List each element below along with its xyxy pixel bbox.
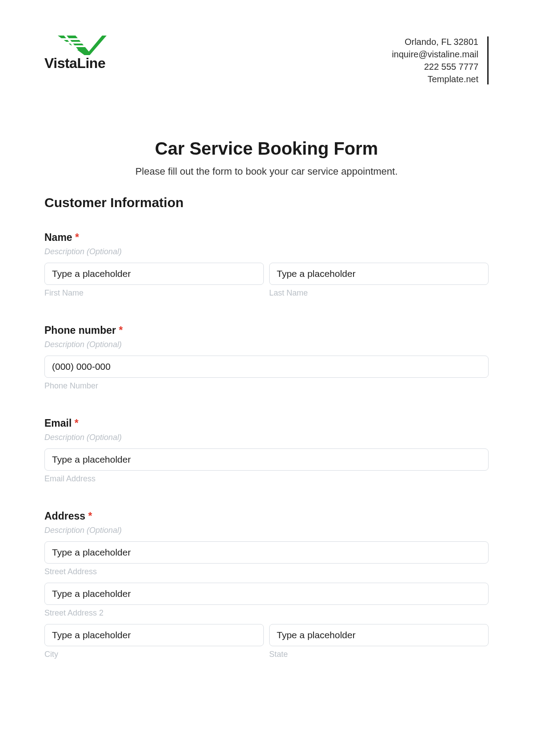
email-sublabel: Email Address <box>44 474 489 484</box>
contact-email: inquire@vistaline.mail <box>392 48 478 60</box>
phone-sublabel: Phone Number <box>44 381 489 391</box>
state-input[interactable] <box>269 624 489 646</box>
first-name-input[interactable] <box>44 263 264 285</box>
first-name-sublabel: First Name <box>44 288 264 298</box>
last-name-input[interactable] <box>269 263 489 285</box>
svg-rect-4 <box>58 45 87 47</box>
field-group-email: Email * Description (Optional) Email Add… <box>44 417 489 484</box>
field-label-phone: Phone number * <box>44 324 489 336</box>
page-header: VistaLine Orlando, FL 32801 inquire@vist… <box>44 36 489 85</box>
contact-site: Template.net <box>392 73 478 85</box>
description-optional: Description (Optional) <box>44 340 489 349</box>
vistaline-logo-icon <box>58 36 107 55</box>
phone-input[interactable] <box>44 356 489 378</box>
contact-block: Orlando, FL 32801 inquire@vistaline.mail… <box>392 36 489 85</box>
field-label-name: Name * <box>44 232 489 244</box>
svg-rect-2 <box>58 38 80 40</box>
city-input[interactable] <box>44 624 264 646</box>
street-address-sublabel: Street Address <box>44 567 489 576</box>
form-subtitle: Please fill out the form to book your ca… <box>44 166 489 177</box>
city-sublabel: City <box>44 650 264 659</box>
header-divider <box>487 36 489 84</box>
label-text: Name <box>44 232 72 243</box>
section-heading-customer-info: Customer Information <box>44 195 489 210</box>
description-optional: Description (Optional) <box>44 433 489 442</box>
form-title: Car Service Booking Form <box>44 139 489 159</box>
field-label-address: Address * <box>44 510 489 522</box>
field-group-phone: Phone number * Description (Optional) Ph… <box>44 324 489 391</box>
description-optional: Description (Optional) <box>44 247 489 256</box>
required-mark: * <box>88 510 92 522</box>
logo-block: VistaLine <box>44 36 107 72</box>
company-name: VistaLine <box>44 55 105 72</box>
svg-rect-3 <box>58 42 84 44</box>
required-mark: * <box>75 232 79 243</box>
label-text: Phone number <box>44 324 116 336</box>
field-group-name: Name * Description (Optional) First Name… <box>44 232 489 298</box>
label-text: Address <box>44 510 85 522</box>
street-address-2-input[interactable] <box>44 583 489 605</box>
last-name-sublabel: Last Name <box>269 288 489 298</box>
state-sublabel: State <box>269 650 489 659</box>
field-group-address: Address * Description (Optional) Street … <box>44 510 489 659</box>
contact-phone: 222 555 7777 <box>392 60 478 73</box>
field-label-email: Email * <box>44 417 489 429</box>
email-input[interactable] <box>44 448 489 471</box>
street-address-2-sublabel: Street Address 2 <box>44 608 489 618</box>
description-optional: Description (Optional) <box>44 526 489 535</box>
street-address-input[interactable] <box>44 541 489 564</box>
label-text: Email <box>44 417 72 429</box>
contact-address: Orlando, FL 32801 <box>392 36 478 48</box>
contact-lines: Orlando, FL 32801 inquire@vistaline.mail… <box>392 36 487 85</box>
required-mark: * <box>75 417 79 429</box>
required-mark: * <box>119 324 123 336</box>
